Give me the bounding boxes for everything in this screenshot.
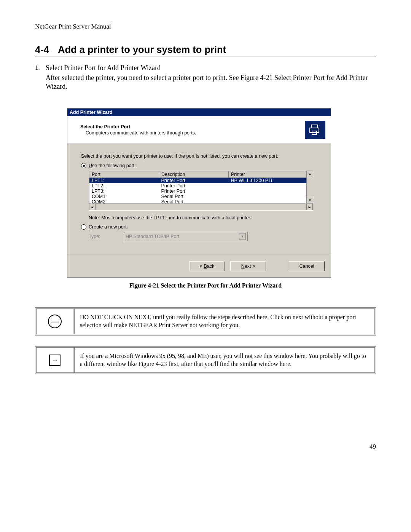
no-entry-icon: — <box>48 315 62 328</box>
next-button[interactable]: Next > <box>230 261 266 271</box>
table-row[interactable]: COM1: Serial Port <box>89 194 313 199</box>
radio-unselected-icon <box>81 224 86 230</box>
cell-printer <box>229 194 313 199</box>
cell-port: COM1: <box>89 194 159 199</box>
warning-callout: — DO NOT CLICK ON NEXT, until you really… <box>35 307 376 335</box>
section-heading: 4-4Add a printer to your system to print <box>35 44 376 56</box>
page-number: 49 <box>370 443 376 451</box>
horizontal-scrollbar[interactable]: ◄ ► <box>89 203 313 211</box>
radio-create-accel: C <box>89 224 92 230</box>
scroll-left-icon[interactable]: ◄ <box>89 204 96 210</box>
radio-use-label: se the following port: <box>92 163 136 168</box>
dialog-instruction: Select the port you want your printer to… <box>81 153 317 159</box>
section-number: 4-4 <box>35 44 58 55</box>
radio-use-accel: U <box>89 163 92 168</box>
dialog-banner: Select the Printer Port Computers commun… <box>67 116 331 144</box>
chevron-down-icon: ▼ <box>239 233 246 240</box>
running-header: NetGear Print Server Manual <box>35 23 376 30</box>
port-type-value: HP Standard TCP/IP Port <box>126 234 179 239</box>
scroll-right-icon[interactable]: ► <box>306 204 313 210</box>
radio-create-new-port[interactable]: Create a new port: <box>81 224 317 230</box>
table-row[interactable]: LPT1: Printer Port HP WL LJ 1200 PTi <box>89 178 313 184</box>
cell-desc: Printer Port <box>159 178 229 184</box>
svg-rect-0 <box>311 125 317 128</box>
radio-create-label: reate a new port: <box>92 224 128 230</box>
vertical-scrollbar[interactable]: ▲ ▼ <box>306 171 313 203</box>
step-title: Select Printer Port for Add Printer Wiza… <box>46 64 376 72</box>
banner-title: Select the Printer Port <box>80 124 196 129</box>
type-label: Type: <box>89 234 124 239</box>
svg-rect-1 <box>310 128 319 133</box>
cell-port: COM2: <box>89 199 159 203</box>
table-row[interactable]: LPT3: Printer Port <box>89 189 313 194</box>
info-callout: → If you are a Microsoft Windows 9x (95,… <box>35 346 376 374</box>
printer-icon <box>305 121 325 139</box>
cell-printer: HP WL LJ 1200 PTi <box>229 178 313 184</box>
list-marker: 1. <box>35 64 46 91</box>
banner-subtitle: Computers communicate with printers thro… <box>80 129 196 136</box>
arrow-right-icon: → <box>49 355 61 366</box>
cell-port: LPT2: <box>89 183 159 189</box>
back-button[interactable]: < Back <box>189 261 225 271</box>
radio-selected-icon <box>81 163 86 168</box>
warning-text: DO NOT CLICK ON NEXT, until you really f… <box>75 309 374 334</box>
scroll-down-icon[interactable]: ▼ <box>307 197 313 203</box>
col-header-printer[interactable]: Printer <box>229 171 313 178</box>
col-header-port[interactable]: Port <box>89 171 159 178</box>
add-printer-wizard-dialog: Add Printer Wizard Select the Printer Po… <box>67 108 331 278</box>
cell-printer <box>229 183 313 189</box>
scroll-up-icon[interactable]: ▲ <box>307 171 313 177</box>
dialog-titlebar: Add Printer Wizard <box>67 109 331 116</box>
port-type-select: HP Standard TCP/IP Port ▼ <box>124 232 248 241</box>
cell-desc: Serial Port <box>159 194 229 199</box>
cell-printer <box>229 189 313 194</box>
cancel-button[interactable]: Cancel <box>289 261 325 271</box>
radio-use-following-port[interactable]: Use the following port: <box>81 163 317 168</box>
table-row[interactable]: LPT2: Printer Port <box>89 183 313 189</box>
figure-caption: Figure 4-21 Select the Printer Port for … <box>35 282 376 289</box>
cell-desc: Printer Port <box>159 189 229 194</box>
lpt1-note: Note: Most computers use the LPT1: port … <box>89 215 317 220</box>
cell-desc: Serial Port <box>159 199 229 203</box>
col-header-description[interactable]: Description <box>159 171 229 178</box>
section-title: Add a printer to your system to print <box>58 44 226 55</box>
info-text: If you are a Microsoft Windows 9x (95, 9… <box>75 348 374 373</box>
cell-port: LPT1: <box>89 178 159 184</box>
table-row[interactable]: COM2: Serial Port <box>89 199 313 203</box>
step-description: After selected the printer, you need to … <box>46 73 376 91</box>
cell-desc: Printer Port <box>159 183 229 189</box>
port-table[interactable]: Port Description Printer LPT1: Printer P… <box>89 171 313 203</box>
cell-port: LPT3: <box>89 189 159 194</box>
cell-printer <box>229 199 313 203</box>
